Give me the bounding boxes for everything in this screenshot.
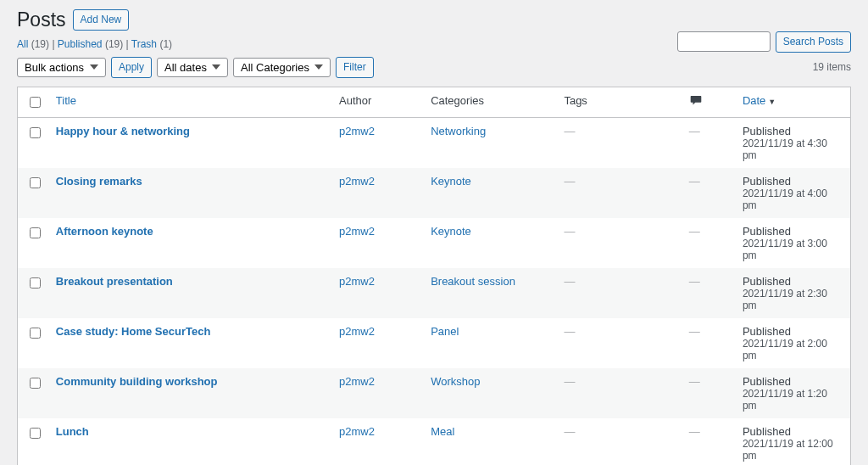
author-link[interactable]: p2mw2	[339, 225, 375, 238]
view-trash-count: (1)	[159, 38, 172, 50]
col-comments[interactable]	[681, 87, 734, 117]
post-title-link[interactable]: Case study: Home SecurTech	[56, 325, 211, 338]
row-checkbox[interactable]	[30, 378, 41, 389]
category-link[interactable]: Keynote	[431, 175, 471, 188]
post-title-link[interactable]: Afternoon keynote	[56, 225, 153, 238]
post-status: Published	[743, 425, 842, 438]
table-row: Lunchp2mw2Meal——Published2021/11/19 at 1…	[18, 418, 851, 465]
view-trash-link[interactable]: Trash	[131, 38, 157, 50]
table-row: Closing remarksp2mw2Keynote——Published20…	[18, 168, 851, 218]
post-datetime: 2021/11/19 at 4:00 pm	[743, 188, 842, 211]
col-tags: Tags	[555, 87, 680, 117]
view-published-link[interactable]: Published	[58, 38, 103, 50]
tags-cell: —	[564, 325, 575, 338]
post-datetime: 2021/11/19 at 4:30 pm	[743, 137, 842, 161]
col-title[interactable]: Title	[47, 87, 331, 117]
table-row: Happy hour & networkingp2mw2Networking——…	[18, 117, 851, 168]
col-author: Author	[331, 87, 422, 117]
row-checkbox[interactable]	[30, 227, 41, 238]
col-categories: Categories	[422, 87, 555, 117]
table-row: Case study: Home SecurTechp2mw2Panel——Pu…	[18, 318, 851, 368]
post-datetime: 2021/11/19 at 1:20 pm	[743, 388, 842, 412]
tags-cell: —	[564, 375, 575, 388]
post-status: Published	[743, 225, 842, 238]
comments-cell: —	[689, 225, 700, 238]
apply-button[interactable]: Apply	[111, 57, 152, 78]
author-link[interactable]: p2mw2	[339, 125, 375, 137]
items-count: 19 items	[813, 61, 851, 73]
category-link[interactable]: Meal	[431, 425, 454, 438]
tags-cell: —	[564, 125, 575, 137]
sort-desc-icon: ▼	[768, 98, 776, 106]
row-checkbox[interactable]	[30, 127, 41, 138]
author-link[interactable]: p2mw2	[339, 375, 375, 388]
tags-cell: —	[564, 275, 575, 288]
table-row: Community building workshopp2mw2Workshop…	[18, 368, 851, 418]
comments-cell: —	[689, 125, 700, 137]
post-datetime: 2021/11/19 at 12:00 pm	[743, 438, 842, 462]
filter-button[interactable]: Filter	[336, 57, 374, 78]
author-link[interactable]: p2mw2	[339, 425, 375, 438]
author-link[interactable]: p2mw2	[339, 175, 375, 188]
table-row: Afternoon keynotep2mw2Keynote——Published…	[18, 218, 851, 268]
col-date[interactable]: Date▼	[734, 87, 851, 117]
post-title-link[interactable]: Breakout presentation	[56, 275, 173, 288]
row-checkbox[interactable]	[30, 277, 41, 289]
comments-cell: —	[689, 175, 700, 188]
post-datetime: 2021/11/19 at 2:00 pm	[743, 338, 842, 361]
view-all-count: (19)	[31, 38, 49, 50]
post-status: Published	[743, 125, 842, 137]
table-row: Breakout presentationp2mw2Breakout sessi…	[18, 268, 851, 318]
category-filter-select[interactable]: All Categories	[233, 58, 331, 77]
category-link[interactable]: Networking	[431, 125, 486, 137]
post-status: Published	[743, 325, 842, 338]
comments-cell: —	[689, 275, 700, 288]
post-title-link[interactable]: Happy hour & networking	[56, 125, 190, 137]
comments-cell: —	[689, 375, 700, 388]
view-published-count: (19)	[105, 38, 123, 50]
comments-cell: —	[689, 425, 700, 438]
search-input[interactable]	[677, 31, 771, 52]
category-link[interactable]: Breakout session	[431, 275, 515, 288]
author-link[interactable]: p2mw2	[339, 275, 375, 288]
row-checkbox[interactable]	[30, 328, 41, 339]
select-all-checkbox[interactable]	[30, 97, 41, 108]
date-filter-select[interactable]: All dates	[157, 58, 228, 77]
row-checkbox[interactable]	[30, 428, 41, 439]
post-title-link[interactable]: Community building workshop	[56, 375, 218, 388]
comments-cell: —	[689, 325, 700, 338]
bulk-actions-select[interactable]: Bulk actions	[17, 58, 106, 77]
row-checkbox[interactable]	[30, 177, 41, 188]
post-status: Published	[743, 375, 842, 388]
view-all-link[interactable]: All	[17, 38, 28, 50]
page-title: Posts	[17, 8, 66, 31]
category-link[interactable]: Keynote	[431, 225, 471, 238]
post-datetime: 2021/11/19 at 3:00 pm	[743, 238, 842, 261]
post-datetime: 2021/11/19 at 2:30 pm	[743, 288, 842, 311]
comment-icon	[689, 94, 703, 106]
tags-cell: —	[564, 225, 575, 238]
post-status: Published	[743, 175, 842, 188]
tags-cell: —	[564, 175, 575, 188]
category-link[interactable]: Panel	[431, 325, 459, 338]
post-status: Published	[743, 275, 842, 288]
author-link[interactable]: p2mw2	[339, 325, 375, 338]
search-button[interactable]: Search Posts	[776, 31, 851, 53]
posts-table: Title Author Categories Tags Date▼ Happy…	[17, 87, 851, 465]
tags-cell: —	[564, 425, 575, 438]
post-title-link[interactable]: Lunch	[56, 425, 89, 438]
category-link[interactable]: Workshop	[431, 375, 480, 388]
post-title-link[interactable]: Closing remarks	[56, 175, 142, 188]
add-new-button[interactable]: Add New	[73, 9, 130, 31]
